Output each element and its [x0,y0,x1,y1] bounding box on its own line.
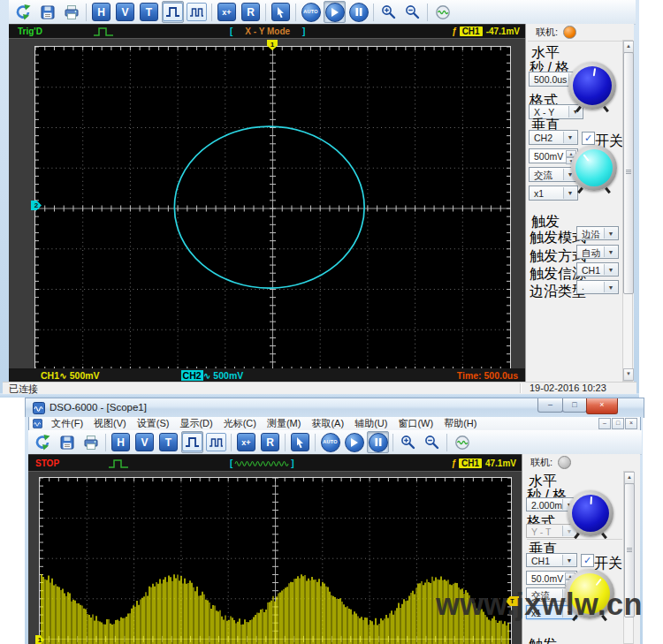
print-button[interactable] [80,431,102,453]
connect-button[interactable] [32,431,54,453]
horizontal-knob[interactable] [568,490,613,536]
trigger-sweep-select[interactable]: 自动▼ [576,245,619,259]
connect-icon [15,4,32,20]
zoom-out-button[interactable] [401,1,423,23]
chevron-down-icon: ▼ [562,555,575,565]
titlebar[interactable]: DSO-6000 - [Scope1] – □ × [25,398,644,418]
menu-measure[interactable]: 测量(M) [262,416,307,431]
maximize-button[interactable]: □ [562,398,587,413]
pulse-icon [93,27,114,37]
waveform-preview-icon [234,458,289,468]
app-icon [33,402,45,414]
bracket-left: [ [230,27,232,36]
menu-settings[interactable]: 设置(S) [132,416,175,431]
math-label: x+ [217,3,236,21]
dual-pulse-button[interactable] [205,431,227,453]
reference-button[interactable]: R [240,1,262,23]
math-label: x+ [237,433,255,451]
trigger-readout: ƒCH1-47.1mV [452,27,520,36]
trigger-setup-button[interactable]: T [157,431,179,453]
cursor-button[interactable] [289,431,311,453]
autoset-button[interactable]: AUTO [300,1,322,23]
close-button[interactable]: × [586,398,618,414]
zoom-out-button[interactable] [421,431,443,453]
window-title: DSO-6000 - [Scope1] [50,402,147,413]
toolbar-bottom: H V T x+ R AUTO [28,430,642,455]
panel-divider [528,41,623,42]
horizontal-setup-button[interactable]: H [90,1,112,23]
horizontal-setup-button[interactable]: H [110,431,132,453]
mdi-restore-button[interactable]: □ [612,418,624,429]
scroll-down-icon[interactable]: ▼ [623,368,634,381]
single-pulse-button[interactable] [181,431,203,453]
mdi-minimize-button[interactable]: – [598,418,611,429]
zoom-in-button[interactable] [397,431,419,453]
trigger-mode-select[interactable]: 边沿▼ [576,226,619,240]
xy-graticule [35,47,510,370]
zoom-in-button[interactable] [377,1,400,23]
trigger-setup-button[interactable]: T [138,1,160,23]
save-button[interactable] [36,1,58,23]
cursor-button[interactable] [270,1,292,23]
waveform-refresh-icon [435,4,451,20]
horizontal-knob[interactable] [568,62,616,110]
scrollbar-grip [626,170,631,170]
dual-pulse-button[interactable] [186,1,208,23]
connect-button[interactable] [12,1,34,23]
menu-window[interactable]: 窗口(W) [392,416,438,431]
minimize-button[interactable]: – [537,398,563,413]
waveform-refresh-button[interactable] [431,1,453,23]
toolbar-separator [315,434,316,451]
autoset-button[interactable]: AUTO [319,431,341,453]
save-button[interactable] [56,431,78,453]
trigger-readout: ƒCH147.1mV [451,458,516,468]
math-button[interactable]: x+ [235,431,257,453]
menu-display[interactable]: 显示(D) [174,416,217,431]
volts-per-div-spinner[interactable]: 500mV▲▼ [529,148,578,163]
trigger-level-value: -47.1mV [486,27,520,36]
trigger-source-select[interactable]: CH1▼ [576,262,619,277]
watermark: www.jxwlw.cn [436,587,643,622]
vertical-channel-select[interactable]: CH2▼ [529,130,578,145]
menu-view[interactable]: 视图(V) [88,416,132,431]
single-pulse-button[interactable] [162,1,184,23]
reference-button[interactable]: R [259,431,281,453]
vertical-channel-select[interactable]: CH1▼ [526,553,577,567]
probe-select[interactable]: x1▼ [529,186,578,201]
chevron-down-icon: ▼ [604,228,617,239]
menu-utility[interactable]: 辅助(U) [349,416,392,431]
edge-type-select[interactable]: ∙▼ [576,280,619,294]
scrollbar-thumb[interactable] [623,52,634,294]
scroll-up-icon[interactable]: ▲ [624,472,635,484]
waveform-refresh-button[interactable] [451,431,473,453]
menu-acquire[interactable]: 获取(A) [306,416,349,431]
trigger-section-title-clipped: 触发 [529,636,557,644]
run-button[interactable] [343,431,365,453]
trigger-setup-label: T [140,3,158,21]
xy-display [34,46,511,371]
math-button[interactable]: x+ [216,1,238,23]
autoset-label: AUTO [301,3,321,22]
mdi-close-button[interactable]: × [625,418,637,429]
scroll-up-icon[interactable]: ▲ [623,41,634,53]
print-icon [64,4,80,20]
horizontal-setup-label: H [111,433,130,451]
document-icon [33,419,42,428]
vertical-knob[interactable] [571,145,617,191]
pause-button[interactable] [367,431,389,453]
menu-help[interactable]: 帮助(H) [438,416,482,431]
panel-scrollbar-top[interactable]: ▲ ▼ [622,40,633,382]
vertical-setup-button[interactable]: V [133,431,156,453]
status-strip-bottom: STOP [] ƒCH147.1mV [28,454,522,473]
toolbar-separator [427,4,428,21]
channel-switch-checkbox[interactable]: ✓ [581,554,594,567]
pause-button[interactable] [347,1,370,23]
screenshot-stage: H V T x+ R AUTO Trig'D [X - Y Mode] ƒC [0,0,663,644]
print-button[interactable] [60,1,82,23]
channel-switch-checkbox[interactable]: ✓ [582,132,595,145]
run-button[interactable] [324,1,346,23]
toolbar-separator [446,434,447,451]
menu-file[interactable]: 文件(F) [46,416,88,431]
vertical-setup-button[interactable]: V [114,1,136,23]
menu-cursor[interactable]: 光标(C) [218,416,262,431]
